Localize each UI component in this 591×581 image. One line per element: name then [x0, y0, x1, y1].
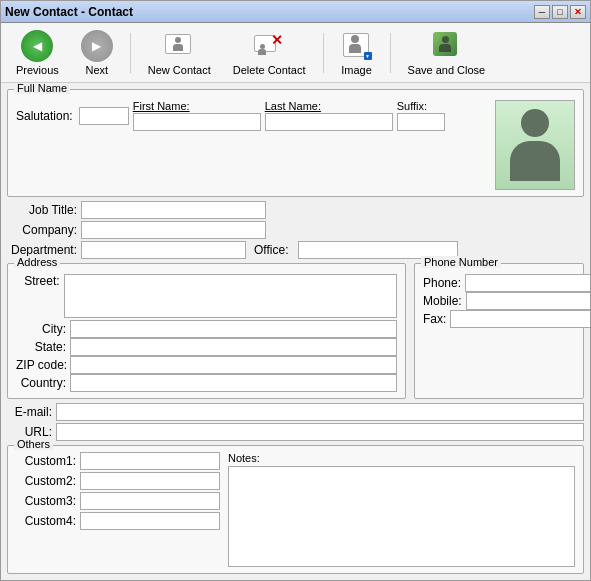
fullname-group: Full Name Salutation: First Name: Last N… [7, 89, 584, 197]
others-section: Others Custom1: Custom2: Custom3: [7, 445, 584, 574]
custom2-label: Custom2: [16, 474, 76, 488]
others-content: Custom1: Custom2: Custom3: Custom4: [16, 452, 575, 567]
window-title: New Contact - Contact [5, 5, 133, 19]
lastname-input[interactable] [265, 113, 393, 131]
company-label: Company: [7, 223, 77, 237]
right-arrow-icon [81, 30, 113, 62]
save-button[interactable]: Save and Close [399, 27, 495, 79]
new-contact-icon [163, 30, 195, 62]
custom2-input[interactable] [80, 472, 220, 490]
image-button[interactable]: Image [332, 27, 382, 79]
phone-row: Phone: [423, 274, 575, 292]
custom-fields: Custom1: Custom2: Custom3: Custom4: [16, 452, 220, 567]
avatar [495, 100, 575, 190]
zip-input[interactable] [70, 356, 397, 374]
department-label: Department: [7, 243, 77, 257]
firstname-group: First Name: [133, 100, 261, 131]
separator-2 [323, 33, 324, 73]
lastname-group: Last Name: [265, 100, 393, 131]
address-phone-section: Address Street: City: State: ZIP code: [7, 263, 584, 399]
zip-row: ZIP code: [16, 356, 397, 374]
email-url-section: E-mail: URL: [7, 403, 584, 441]
custom4-input[interactable] [80, 512, 220, 530]
left-arrow-icon [21, 30, 53, 62]
custom1-input[interactable] [80, 452, 220, 470]
street-label: Street: [16, 274, 60, 288]
phone-label: Phone: [423, 276, 461, 290]
email-input[interactable] [56, 403, 584, 421]
custom3-input[interactable] [80, 492, 220, 510]
suffix-group: Suffix: [397, 100, 445, 131]
others-group-title: Others [14, 438, 53, 450]
firstname-label: First Name: [133, 100, 261, 112]
state-label: State: [16, 340, 66, 354]
fax-input[interactable] [450, 310, 590, 328]
url-input[interactable] [56, 423, 584, 441]
notes-input[interactable] [228, 466, 575, 567]
close-button[interactable]: ✕ [570, 5, 586, 19]
notes-label: Notes: [228, 452, 575, 464]
image-icon [341, 30, 373, 62]
custom1-row: Custom1: [16, 452, 220, 470]
new-contact-label: New Contact [148, 64, 211, 76]
image-frame-icon [341, 30, 373, 62]
city-label: City: [16, 322, 66, 336]
firstname-input[interactable] [133, 113, 261, 131]
fax-row: Fax: [423, 310, 575, 328]
salutation-label: Salutation: [16, 109, 73, 123]
suffix-input[interactable] [397, 113, 445, 131]
office-label: Office: [254, 243, 294, 257]
jobtitle-input[interactable] [81, 201, 266, 219]
title-bar: New Contact - Contact ─ □ ✕ [1, 1, 590, 23]
job-info-section: Job Title: Company: Department: Office: [7, 201, 584, 259]
mobile-input[interactable] [466, 292, 590, 310]
country-input[interactable] [70, 374, 397, 392]
next-label: Next [85, 64, 108, 76]
new-contact-button[interactable]: New Contact [139, 27, 220, 79]
jobtitle-label: Job Title: [7, 203, 77, 217]
avatar-head [521, 109, 549, 137]
state-input[interactable] [70, 338, 397, 356]
avatar-body [510, 141, 560, 181]
contact-card-icon [163, 30, 195, 62]
street-input[interactable] [64, 274, 397, 318]
custom4-label: Custom4: [16, 514, 76, 528]
delete-contact-label: Delete Contact [233, 64, 306, 76]
country-label: Country: [16, 376, 66, 390]
custom1-label: Custom1: [16, 454, 76, 468]
separator-1 [130, 33, 131, 73]
save-label: Save and Close [408, 64, 486, 76]
company-input[interactable] [81, 221, 266, 239]
city-input[interactable] [70, 320, 397, 338]
city-row: City: [16, 320, 397, 338]
toolbar: Previous Next New Co [1, 23, 590, 83]
custom4-row: Custom4: [16, 512, 220, 530]
avatar-background [496, 101, 574, 189]
avatar-figure [510, 109, 560, 181]
delete-contact-button[interactable]: ✕ Delete Contact [224, 27, 315, 79]
zip-label: ZIP code: [16, 358, 66, 372]
phone-input[interactable] [465, 274, 590, 292]
address-group-title: Address [14, 256, 60, 268]
previous-button[interactable]: Previous [7, 27, 68, 79]
next-button[interactable]: Next [72, 27, 122, 79]
minimize-button[interactable]: ─ [534, 5, 550, 19]
street-row: Street: [16, 274, 397, 318]
country-row: Country: [16, 374, 397, 392]
custom3-row: Custom3: [16, 492, 220, 510]
company-row: Company: [7, 221, 584, 239]
next-icon [81, 30, 113, 62]
maximize-button[interactable]: □ [552, 5, 568, 19]
url-row: URL: [7, 423, 584, 441]
department-input[interactable] [81, 241, 246, 259]
address-group: Address Street: City: State: ZIP code: [7, 263, 406, 399]
save-icon [430, 30, 462, 62]
delete-card-icon: ✕ [253, 30, 285, 62]
salutation-input[interactable] [79, 107, 129, 125]
fullname-row: Salutation: First Name: Last Name: Suffi… [16, 100, 487, 131]
lastname-label: Last Name: [265, 100, 393, 112]
previous-label: Previous [16, 64, 59, 76]
fax-label: Fax: [423, 312, 446, 326]
separator-3 [390, 33, 391, 73]
delete-contact-icon: ✕ [253, 30, 285, 62]
